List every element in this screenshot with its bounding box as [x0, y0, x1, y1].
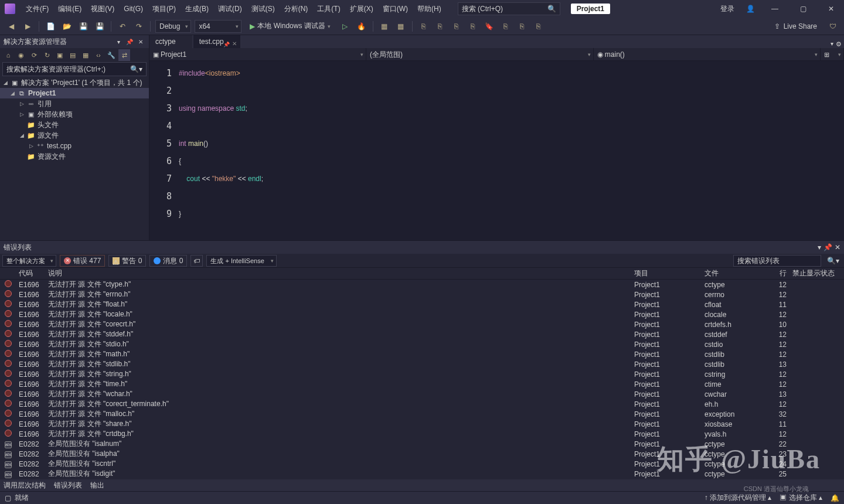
start-no-debug-icon[interactable]: ▷ [339, 20, 352, 33]
error-row[interactable]: E1696无法打开 源 文件 "float.h"Project1cfloat11 [0, 299, 844, 309]
error-row[interactable]: E1696无法打开 源 文件 "errno.h"Project1cerrno12 [0, 290, 844, 299]
error-row[interactable]: abcE0282全局范围没有 "isalpha"Project1cctype23 [0, 449, 844, 459]
platform-dropdown[interactable]: x64 [195, 20, 241, 33]
tb-icon-6[interactable]: ⎘ [467, 20, 479, 33]
panel-pin-icon[interactable]: 📌 [125, 39, 134, 45]
admin-icon[interactable]: 🛡 [826, 20, 839, 33]
login-link[interactable]: 登录 [716, 4, 739, 14]
project-badge[interactable]: Project1 [571, 4, 610, 14]
error-rows[interactable]: E1696无法打开 源 文件 "ctype.h"Project1cctype12… [0, 280, 844, 479]
error-search[interactable]: 搜索错误列表 [733, 255, 821, 267]
hot-reload-icon[interactable]: 🔥 [355, 20, 368, 33]
se-nav-icon[interactable]: ◉ [15, 49, 27, 61]
tb-icon-2[interactable]: ▦ [394, 20, 407, 33]
nav-scope[interactable]: (全局范围) [366, 48, 594, 60]
nav-back-icon[interactable]: ◀ [5, 20, 18, 33]
message-pill[interactable]: 消息 0 [149, 255, 187, 267]
error-row[interactable]: abcE0282全局范围没有 "iscntrl"Project1cctype24 [0, 459, 844, 469]
menu-分析(N)[interactable]: 分析(N) [280, 0, 313, 18]
menu-工具(T)[interactable]: 工具(T) [312, 0, 345, 18]
se-prop-icon[interactable]: ▦ [80, 49, 91, 61]
se-home-icon[interactable]: ⌂ [2, 49, 14, 61]
save-icon[interactable]: 💾 [77, 20, 90, 33]
se-show-icon[interactable]: ▤ [67, 49, 79, 61]
error-row[interactable]: E1696无法打开 源 文件 "crtdbg.h"Project1yvals.h… [0, 429, 844, 439]
filter-toggle[interactable]: 🏷 [190, 255, 203, 267]
panel-dropdown-icon[interactable]: ▾ [114, 39, 123, 45]
open-icon[interactable]: 📂 [60, 20, 73, 33]
notification-icon[interactable]: 🔔 [831, 494, 839, 502]
scope-dropdown[interactable]: 整个解决方案 [2, 255, 56, 267]
col-file[interactable]: 文件 [705, 268, 775, 278]
panel-close-icon[interactable]: ✕ [835, 243, 840, 251]
se-collapse-icon[interactable]: ▣ [54, 49, 66, 61]
nav-add[interactable]: ⊞ [821, 48, 844, 60]
tree-refs[interactable]: ▷▫▫引用 [0, 98, 149, 109]
error-row[interactable]: E1696无法打开 源 文件 "wchar.h"Project1cwchar13 [0, 389, 844, 399]
save-all-icon[interactable]: 💾 [93, 20, 106, 33]
tb-icon-4[interactable]: ⎘ [434, 20, 447, 33]
solution-tree[interactable]: ◢▣解决方案 'Project1' (1 个项目，共 1 个) ◢⧉Projec… [0, 76, 149, 163]
se-sync-icon[interactable]: ⟳ [28, 49, 40, 61]
new-file-icon[interactable]: 📄 [44, 20, 57, 33]
menu-生成(B)[interactable]: 生成(B) [181, 0, 213, 18]
tab-cctype[interactable]: cctype [149, 35, 192, 48]
error-row[interactable]: E1696无法打开 源 文件 "math.h"Project1cstdlib12 [0, 349, 844, 359]
error-row[interactable]: E1696无法打开 源 文件 "stddef.h"Project1cstddef… [0, 329, 844, 339]
menu-项目(P)[interactable]: 项目(P) [148, 0, 181, 18]
menu-扩展(X)[interactable]: 扩展(X) [345, 0, 378, 18]
panel-pin-icon[interactable]: 📌 [823, 243, 832, 251]
error-row[interactable]: E1696无法打开 源 文件 "time.h"Project1ctime12 [0, 379, 844, 389]
error-pill[interactable]: ✕错误 477 [60, 255, 105, 267]
warning-pill[interactable]: ⚠警告 0 [108, 255, 146, 267]
repo-select[interactable]: ▣ 选择仓库 ▴ [780, 493, 822, 503]
source-filter[interactable]: 生成 + IntelliSense [206, 255, 277, 267]
global-search[interactable]: 搜索 (Ctrl+Q) 🔍 [458, 2, 560, 15]
error-row[interactable]: E1696无法打开 源 文件 "share.h"Project1xiosbase… [0, 419, 844, 429]
error-row[interactable]: E1696无法打开 源 文件 "stdio.h"Project1cstdio12 [0, 339, 844, 349]
col-desc[interactable]: 说明 [48, 268, 634, 278]
se-wrench-icon[interactable]: 🔧 [106, 49, 117, 61]
se-view-icon[interactable]: ‹› [93, 49, 104, 61]
se-refresh-icon[interactable]: ↻ [41, 49, 53, 61]
error-row[interactable]: E1696无法打开 源 文件 "stdlib.h"Project1cstdlib… [0, 359, 844, 369]
col-code[interactable]: 代码 [19, 268, 48, 278]
tb-icon-10[interactable]: ⎘ [532, 20, 545, 33]
error-row[interactable]: E1696无法打开 源 文件 "ctype.h"Project1cctype12 [0, 280, 844, 290]
redo-icon[interactable]: ↷ [132, 20, 145, 33]
tb-icon-5[interactable]: ⎘ [450, 20, 463, 33]
tree-testcpp[interactable]: ▷⁺⁺test.cpp [0, 141, 149, 151]
tab-testcpp[interactable]: test.cpp📌✕ [193, 35, 240, 48]
menu-窗口(W)[interactable]: 窗口(W) [378, 0, 413, 18]
menu-视图(V)[interactable]: 视图(V) [86, 0, 119, 18]
tree-project[interactable]: ◢⧉Project1 [0, 88, 149, 98]
tabs-settings-icon[interactable]: ⚙ [836, 40, 842, 48]
error-row[interactable]: abcE0282全局范围没有 "isalnum"Project1cctype22 [0, 439, 844, 449]
error-row[interactable]: E1696无法打开 源 文件 "string.h"Project1cstring… [0, 369, 844, 379]
tree-sources[interactable]: ◢📁源文件 [0, 130, 149, 141]
config-dropdown[interactable]: Debug [155, 20, 191, 33]
menu-文件(F)[interactable]: 文件(F) [21, 0, 53, 18]
live-share[interactable]: ⇪ Live Share [768, 22, 823, 30]
tree-headers[interactable]: 📁头文件 [0, 120, 149, 130]
tree-solution[interactable]: ◢▣解决方案 'Project1' (1 个项目，共 1 个) [0, 77, 149, 88]
error-row[interactable]: E1696无法打开 源 文件 "corecrt_terminate.h"Proj… [0, 399, 844, 409]
col-proj[interactable]: 项目 [634, 268, 705, 278]
user-icon[interactable]: 👤 [741, 5, 760, 13]
maximize-button[interactable]: ▢ [790, 0, 816, 18]
menu-Git(G)[interactable]: Git(G) [119, 0, 148, 18]
nav-member[interactable]: ◉ main() [594, 48, 821, 60]
undo-icon[interactable]: ↶ [116, 20, 129, 33]
panel-close-icon[interactable]: ✕ [136, 39, 145, 45]
close-button[interactable]: ✕ [818, 0, 844, 18]
tabs-dropdown-icon[interactable]: ▾ [831, 40, 833, 48]
se-search[interactable]: 搜索解决方案资源管理器(Ctrl+;) 🔍▾ [2, 62, 147, 76]
tree-external[interactable]: ▷▣外部依赖项 [0, 109, 149, 120]
menu-帮助(H)[interactable]: 帮助(H) [413, 0, 446, 18]
error-row[interactable]: E1696无法打开 源 文件 "locale.h"Project1clocale… [0, 309, 844, 319]
error-row[interactable]: E1696无法打开 源 文件 "corecrt.h"Project1crtdef… [0, 319, 844, 329]
error-row[interactable]: abcE0282全局范围没有 "isdigit"Project1cctype25 [0, 469, 844, 479]
tree-resources[interactable]: 📁资源文件 [0, 151, 149, 162]
error-row[interactable]: E1696无法打开 源 文件 "malloc.h"Project1excepti… [0, 409, 844, 419]
minimize-button[interactable]: — [762, 0, 788, 18]
